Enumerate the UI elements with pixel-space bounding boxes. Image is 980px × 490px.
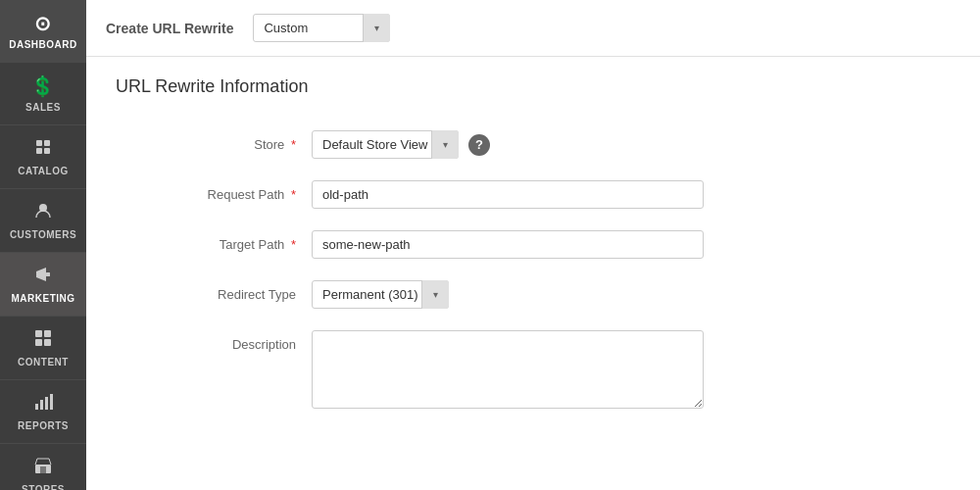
form-area: URL Rewrite Information Store * Default …: [86, 57, 980, 450]
description-field: [312, 330, 900, 409]
description-label: Description: [116, 330, 312, 352]
svg-rect-3: [44, 148, 50, 154]
svg-rect-15: [40, 466, 46, 473]
redirect-type-field: No Temporary (302) Permanent (301) ▾: [312, 280, 900, 309]
topbar-title: Create URL Rewrite: [106, 21, 233, 36]
svg-rect-1: [44, 140, 50, 146]
request-path-label: Request Path *: [116, 180, 312, 202]
target-path-field: [312, 230, 900, 259]
content-icon: [33, 328, 53, 353]
redirect-type-row: Redirect Type No Temporary (302) Permane…: [116, 280, 900, 309]
svg-rect-7: [44, 330, 51, 337]
svg-rect-12: [45, 397, 48, 410]
sidebar-item-label: CATALOG: [18, 166, 68, 176]
sidebar-item-reports[interactable]: REPORTS: [0, 380, 86, 444]
create-type-select-wrapper: Custom For product For category For CMS …: [253, 14, 390, 42]
svg-rect-10: [35, 404, 38, 410]
sidebar-item-sales[interactable]: 💲 SALES: [0, 63, 86, 125]
redirect-type-select-wrapper: No Temporary (302) Permanent (301) ▾: [312, 280, 449, 309]
customers-icon: [33, 201, 53, 225]
redirect-type-label: Redirect Type: [116, 280, 312, 302]
sidebar-item-label: SALES: [25, 102, 61, 113]
required-star: *: [291, 187, 296, 202]
sales-icon: 💲: [30, 74, 56, 98]
sidebar-item-customers[interactable]: CUSTOMERS: [0, 189, 86, 253]
request-path-input[interactable]: [312, 180, 704, 209]
svg-rect-0: [36, 140, 42, 146]
svg-rect-6: [35, 330, 42, 337]
store-field: Default Store View ▾ ?: [312, 130, 900, 159]
sidebar-item-label: MARKETING: [11, 293, 74, 304]
create-type-select[interactable]: Custom For product For category For CMS …: [253, 14, 390, 42]
marketing-icon: [33, 265, 53, 289]
svg-rect-9: [44, 339, 51, 346]
svg-rect-2: [36, 148, 42, 154]
store-row: Store * Default Store View ▾ ?: [116, 130, 900, 159]
sidebar-item-stores[interactable]: STORES: [0, 444, 86, 490]
sidebar: ⊙ DASHBOARD 💲 SALES CATALOG CUSTOMERS MA…: [0, 0, 86, 490]
description-textarea[interactable]: [312, 330, 704, 409]
sidebar-item-content[interactable]: CONTENT: [0, 317, 86, 380]
sidebar-item-label: STORES: [22, 484, 65, 490]
target-path-row: Target Path *: [116, 230, 900, 259]
sidebar-item-dashboard[interactable]: ⊙ DASHBOARD: [0, 0, 86, 63]
required-star: *: [291, 237, 296, 252]
store-help-icon[interactable]: ?: [468, 134, 490, 156]
store-label: Store *: [116, 130, 312, 152]
sidebar-item-label: CUSTOMERS: [10, 229, 76, 240]
sidebar-item-label: REPORTS: [18, 420, 69, 431]
sidebar-item-marketing[interactable]: MARKETING: [0, 253, 86, 317]
svg-rect-5: [46, 272, 50, 276]
description-row: Description: [116, 330, 900, 409]
target-path-label: Target Path *: [116, 230, 312, 252]
target-path-input[interactable]: [312, 230, 704, 259]
store-select-wrapper: Default Store View ▾: [312, 130, 459, 159]
dashboard-icon: ⊙: [34, 12, 52, 35]
sidebar-item-label: DASHBOARD: [9, 39, 77, 50]
sidebar-item-catalog[interactable]: CATALOG: [0, 125, 86, 189]
request-path-row: Request Path *: [116, 180, 900, 209]
svg-rect-13: [50, 394, 53, 410]
stores-icon: [33, 456, 53, 480]
store-select[interactable]: Default Store View: [312, 130, 459, 159]
topbar: Create URL Rewrite Custom For product Fo…: [86, 0, 980, 57]
reports-icon: [33, 392, 53, 416]
svg-rect-8: [35, 339, 42, 346]
required-star: *: [291, 137, 296, 152]
catalog-icon: [33, 137, 53, 162]
sidebar-item-label: CONTENT: [18, 357, 69, 368]
request-path-field: [312, 180, 900, 209]
svg-rect-11: [40, 400, 43, 410]
main-content: Create URL Rewrite Custom For product Fo…: [86, 0, 980, 490]
redirect-type-select[interactable]: No Temporary (302) Permanent (301): [312, 280, 449, 309]
section-title: URL Rewrite Information: [116, 76, 951, 107]
